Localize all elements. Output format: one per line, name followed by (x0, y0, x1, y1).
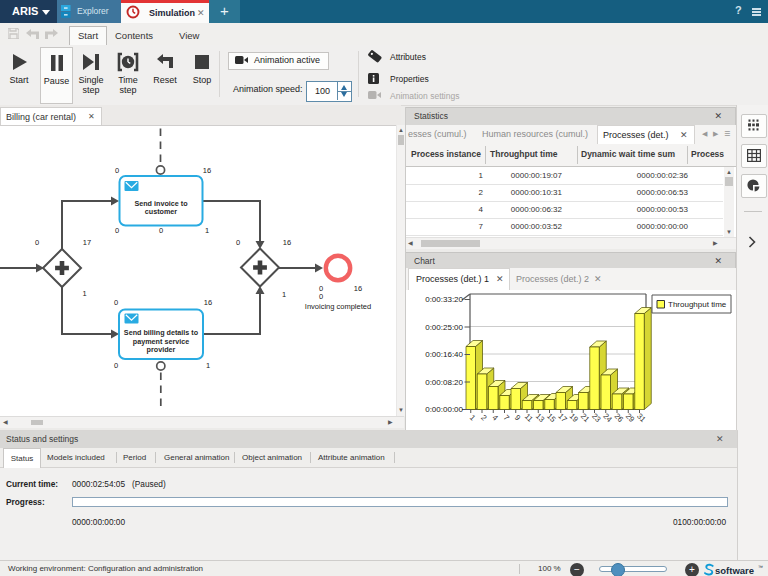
svg-text:31: 31 (635, 411, 648, 424)
svg-text:16: 16 (354, 284, 362, 293)
svg-text:21: 21 (579, 411, 592, 424)
svg-text:17: 17 (83, 238, 91, 247)
svg-text:2: 2 (479, 413, 488, 422)
svg-text:0:00:16:40: 0:00:16:40 (425, 350, 463, 359)
svg-text:0:00:00:00: 0:00:00:00 (425, 405, 463, 414)
svg-text:4: 4 (490, 413, 500, 423)
svg-text:9: 9 (513, 413, 522, 422)
svg-text:24: 24 (601, 411, 614, 424)
svg-text:0:00:25:00: 0:00:25:00 (425, 323, 463, 332)
svg-text:13: 13 (534, 411, 547, 424)
svg-text:0: 0 (115, 226, 119, 235)
svg-text:7: 7 (502, 413, 511, 422)
svg-text:provider: provider (147, 345, 176, 354)
svg-text:29: 29 (624, 411, 637, 424)
svg-text:customer: customer (145, 207, 178, 216)
svg-text:Invoicing completed: Invoicing completed (305, 302, 371, 311)
svg-text:26: 26 (613, 411, 626, 424)
svg-text:software: software (715, 565, 754, 576)
svg-text:0: 0 (114, 361, 118, 370)
svg-text:17: 17 (556, 411, 569, 424)
svg-text:0: 0 (115, 166, 119, 175)
svg-text:Throughput time: Throughput time (668, 300, 727, 309)
svg-text:0: 0 (236, 238, 240, 247)
svg-text:1: 1 (206, 361, 210, 370)
svg-text:0: 0 (319, 292, 323, 301)
svg-text:0:00:08:20: 0:00:08:20 (425, 378, 463, 387)
svg-text:™: ™ (758, 564, 763, 570)
svg-text:16: 16 (203, 166, 211, 175)
svg-text:1: 1 (468, 413, 477, 422)
svg-text:0: 0 (114, 298, 118, 307)
svg-text:1: 1 (282, 290, 286, 299)
svg-text:15: 15 (545, 411, 558, 424)
svg-text:0: 0 (35, 238, 39, 247)
svg-text:16: 16 (204, 298, 212, 307)
svg-text:16: 16 (283, 238, 291, 247)
svg-text:19: 19 (568, 411, 581, 424)
svg-text:1: 1 (82, 289, 86, 298)
svg-text:11: 11 (523, 412, 535, 424)
svg-text:23: 23 (590, 411, 603, 424)
svg-text:1: 1 (205, 226, 209, 235)
svg-text:0: 0 (159, 226, 163, 235)
svg-text:0:00:33:20: 0:00:33:20 (425, 295, 463, 304)
